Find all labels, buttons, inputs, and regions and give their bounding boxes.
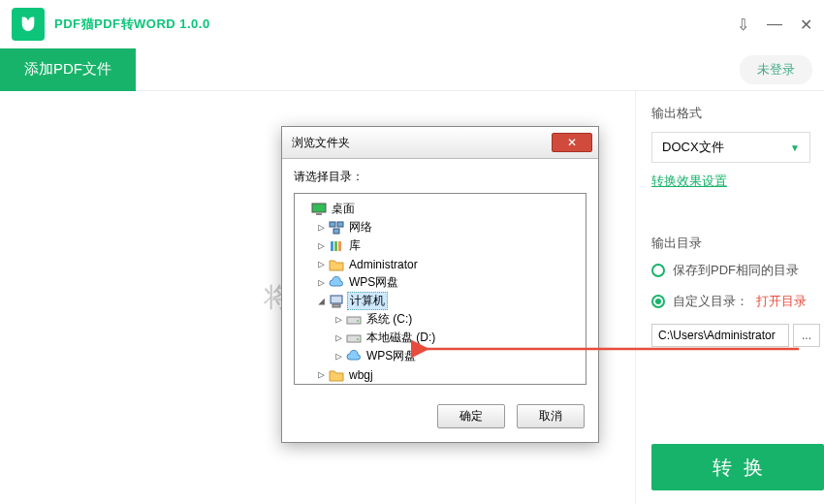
- tree-node[interactable]: ▷网络: [299, 218, 582, 236]
- minimize-icon[interactable]: —: [767, 16, 782, 34]
- top-toolbar: 添加PDF文件 未登录: [0, 48, 824, 91]
- tree-node-label: wbgj: [347, 368, 375, 382]
- tree-node[interactable]: ◢计算机: [299, 292, 582, 310]
- open-dir-link[interactable]: 打开目录: [756, 293, 807, 310]
- tree-node-label: Administrator: [347, 258, 420, 271]
- drive-icon: [346, 312, 362, 328]
- tree-node-label: 库: [347, 237, 363, 254]
- format-value: DOCX文件: [662, 139, 724, 156]
- computer-icon: [329, 294, 344, 309]
- radio-icon: [651, 295, 665, 308]
- radio-same-label: 保存到PDF相同的目录: [673, 262, 799, 279]
- tree-node-label: WPS网盘: [364, 348, 418, 364]
- cancel-button[interactable]: 取消: [517, 404, 585, 428]
- radio-custom-label: 自定义目录：: [673, 293, 748, 310]
- tree-node[interactable]: ▷系统 (C:): [299, 310, 582, 329]
- chevron-down-icon: ▼: [790, 142, 800, 153]
- tree-node-label: 本地磁盘 (D:): [364, 330, 437, 346]
- tree-node[interactable]: ▷Administrator: [299, 255, 582, 273]
- svg-point-12: [357, 320, 359, 322]
- dialog-body: 请选择目录： 桌面▷网络▷库▷Administrator▷WPS网盘◢计算机▷系…: [282, 159, 598, 394]
- tree-twisty-icon[interactable]: ▷: [333, 331, 344, 344]
- tree-twisty-icon[interactable]: ▷: [316, 221, 327, 234]
- window-controls: ⇩ — ✕: [737, 16, 812, 34]
- path-row: C:\Users\Administrator ...: [651, 324, 820, 347]
- library-icon: [329, 238, 344, 254]
- dialog-titlebar[interactable]: 浏览文件夹 ✕: [282, 127, 598, 159]
- drive-icon: [346, 331, 362, 346]
- cloud-icon: [329, 275, 344, 291]
- tree-node[interactable]: ▷WPS网盘: [299, 347, 582, 365]
- output-dir-label: 输出目录: [651, 235, 824, 252]
- browse-button[interactable]: ...: [793, 324, 820, 347]
- tree-node-label: 桌面: [330, 201, 357, 217]
- output-path-input[interactable]: C:\Users\Administrator: [651, 324, 789, 347]
- svg-point-14: [357, 338, 359, 340]
- titlebar: PDF猫PDF转WORD 1.0.0 ⇩ — ✕: [0, 0, 824, 48]
- tree-node-label: 系统 (C:): [364, 311, 414, 328]
- svg-rect-7: [334, 241, 337, 251]
- tree-node-label: 计算机: [347, 292, 388, 310]
- convert-button[interactable]: 转换: [651, 444, 824, 490]
- settings-panel: 输出格式 DOCX文件 ▼ 转换效果设置 输出目录 保存到PDF相同的目录 自定…: [635, 91, 824, 504]
- svg-rect-6: [331, 241, 333, 251]
- svg-rect-13: [347, 335, 361, 342]
- effect-settings-link[interactable]: 转换效果设置: [651, 173, 824, 190]
- svg-rect-3: [330, 222, 335, 227]
- svg-rect-0: [312, 204, 326, 212]
- tree-node[interactable]: ▷WPS网盘: [299, 273, 582, 292]
- ok-button[interactable]: 确定: [437, 404, 505, 428]
- output-format-label: 输出格式: [651, 105, 824, 122]
- tree-twisty-icon[interactable]: ▷: [316, 258, 327, 270]
- svg-rect-8: [338, 241, 341, 251]
- svg-rect-5: [333, 229, 339, 234]
- add-pdf-button[interactable]: 添加PDF文件: [0, 48, 136, 91]
- browse-folder-dialog: 浏览文件夹 ✕ 请选择目录： 桌面▷网络▷库▷Administrator▷WPS…: [281, 126, 599, 443]
- svg-rect-10: [333, 304, 340, 307]
- dialog-close-button[interactable]: ✕: [552, 133, 592, 152]
- pin-icon[interactable]: ⇩: [737, 16, 749, 34]
- folder-icon: [329, 367, 344, 383]
- svg-rect-4: [337, 222, 343, 227]
- radio-icon: [651, 264, 665, 277]
- dialog-title: 浏览文件夹: [292, 135, 350, 151]
- monitor-icon: [311, 202, 327, 217]
- login-button[interactable]: 未登录: [740, 55, 812, 84]
- tree-twisty-icon[interactable]: ◢: [316, 295, 327, 307]
- close-icon[interactable]: ✕: [800, 16, 812, 34]
- svg-rect-2: [316, 213, 322, 215]
- tree-node-label: 网络: [347, 219, 374, 236]
- dialog-prompt: 请选择目录：: [294, 169, 586, 185]
- tree-node[interactable]: ▷wbgj: [299, 365, 582, 384]
- tree-twisty-icon[interactable]: ▷: [333, 350, 344, 362]
- tree-node[interactable]: ▷本地磁盘 (D:): [299, 329, 582, 347]
- tree-node[interactable]: 桌面: [299, 200, 582, 218]
- folder-icon: [329, 257, 344, 272]
- radio-custom-dir[interactable]: 自定义目录： 打开目录: [651, 293, 824, 310]
- tree-node[interactable]: ▷库: [299, 236, 582, 255]
- svg-rect-11: [347, 317, 361, 324]
- dialog-footer: 确定 取消: [282, 394, 598, 442]
- tree-twisty-icon[interactable]: ▷: [333, 313, 344, 326]
- tree-node-label: WPS网盘: [347, 274, 400, 291]
- tree-twisty-icon[interactable]: ▷: [316, 276, 327, 289]
- tree-twisty-icon[interactable]: ▷: [316, 239, 327, 252]
- app-logo: [12, 8, 45, 41]
- radio-same-dir[interactable]: 保存到PDF相同的目录: [651, 262, 824, 279]
- tree-twisty-icon[interactable]: ▷: [316, 368, 327, 381]
- folder-tree[interactable]: 桌面▷网络▷库▷Administrator▷WPS网盘◢计算机▷系统 (C:)▷…: [294, 193, 586, 385]
- network-icon: [329, 220, 344, 236]
- svg-rect-9: [331, 296, 342, 303]
- cloud-icon: [346, 349, 362, 364]
- app-title: PDF猫PDF转WORD 1.0.0: [54, 16, 210, 33]
- format-select[interactable]: DOCX文件 ▼: [651, 132, 810, 163]
